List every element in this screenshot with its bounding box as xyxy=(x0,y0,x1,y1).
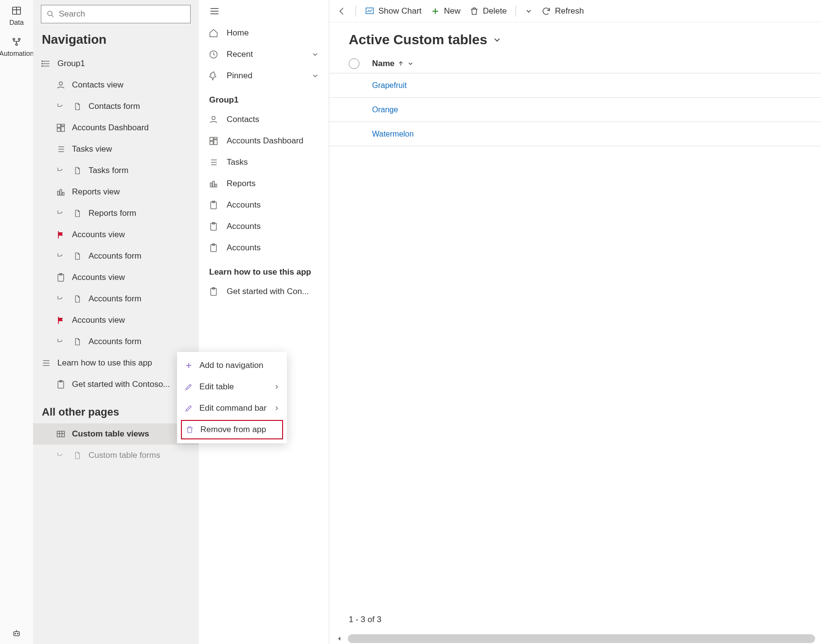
column-name-label: Name xyxy=(372,59,394,69)
form-icon xyxy=(72,336,83,347)
grid-rows: Grapefruit Orange Watermelon xyxy=(329,73,821,146)
row-link[interactable]: Orange xyxy=(372,105,398,114)
nav-custom-table-forms[interactable]: Custom table forms xyxy=(33,445,198,466)
select-all-checkbox[interactable] xyxy=(349,58,359,69)
search-input[interactable] xyxy=(59,9,185,19)
back-button[interactable] xyxy=(337,6,347,16)
ctx-label: Remove from app xyxy=(200,425,266,435)
nav-contacts-form[interactable]: Contacts form xyxy=(33,96,198,117)
rail-bot[interactable] xyxy=(11,627,22,644)
new-button[interactable]: New xyxy=(430,6,461,16)
svg-marker-69 xyxy=(338,637,340,641)
nav-accounts-form-2[interactable]: Accounts form xyxy=(33,288,198,310)
ctx-edit-command-bar[interactable]: Edit command bar xyxy=(177,398,287,419)
clipboard-icon xyxy=(55,272,66,283)
nav-learn[interactable]: Learn how to use this app xyxy=(33,352,198,374)
sidebar-home[interactable]: Home xyxy=(198,22,329,44)
nav-accounts-view-3[interactable]: Accounts view xyxy=(33,310,198,331)
ctx-add-to-navigation[interactable]: Add to navigation xyxy=(177,355,287,376)
svg-rect-20 xyxy=(61,124,65,126)
scroll-left-icon[interactable] xyxy=(335,635,344,642)
view-selector[interactable]: Active Custom tables xyxy=(329,22,821,54)
nav-tasks-view[interactable]: Tasks view xyxy=(33,139,198,160)
ctx-remove-from-app[interactable]: Remove from app xyxy=(181,420,283,439)
sidebar-item-label: Tasks xyxy=(227,157,248,167)
nav-accounts-form-1[interactable]: Accounts form xyxy=(33,245,198,267)
sidebar-get-started[interactable]: Get started with Con... xyxy=(198,281,329,302)
svg-point-8 xyxy=(18,633,18,634)
scroll-thumb[interactable] xyxy=(348,634,815,643)
table-row[interactable]: Orange xyxy=(329,98,821,122)
nav-reports-form[interactable]: Reports form xyxy=(33,203,198,224)
nav-accounts-view-1[interactable]: Accounts view xyxy=(33,224,198,245)
sidebar-contacts[interactable]: Contacts xyxy=(198,109,329,130)
svg-rect-48 xyxy=(214,138,217,139)
nav-get-started[interactable]: Get started with Contoso... xyxy=(33,374,198,395)
column-header-row: Name xyxy=(329,54,821,73)
sidebar-recent[interactable]: Recent xyxy=(198,44,329,65)
rail-automation[interactable]: Automation xyxy=(0,36,34,57)
sidebar-pinned[interactable]: Pinned xyxy=(198,65,329,87)
column-name[interactable]: Name xyxy=(372,59,414,69)
sidebar-learn-header: Learn how to use this app xyxy=(198,259,329,281)
delete-dropdown[interactable] xyxy=(525,7,533,15)
search-box[interactable] xyxy=(41,5,191,23)
sidebar-item-label: Accounts Dashboard xyxy=(227,136,303,146)
nav-contacts-view[interactable]: Contacts view xyxy=(33,74,198,96)
nav-item-label: Reports form xyxy=(89,209,198,218)
sidebar-accounts-2[interactable]: Accounts xyxy=(198,216,329,237)
rail-data[interactable]: Data xyxy=(9,5,24,26)
delete-button[interactable]: Delete xyxy=(469,6,507,16)
sidebar-item-label: Get started with Con... xyxy=(227,287,309,296)
refresh-button[interactable]: Refresh xyxy=(541,6,584,16)
nav-list: Group1 Contacts view Contacts form Accou… xyxy=(33,53,198,644)
view-title: Active Custom tables xyxy=(349,32,487,48)
svg-rect-26 xyxy=(57,191,59,195)
table-row[interactable]: Watermelon xyxy=(329,122,821,146)
sidebar-reports[interactable]: Reports xyxy=(198,173,329,194)
sidebar-tasks[interactable]: Tasks xyxy=(198,152,329,173)
search-icon xyxy=(46,10,55,18)
sidebar-accounts-dashboard[interactable]: Accounts Dashboard xyxy=(198,130,329,152)
subitem-icon xyxy=(55,294,66,304)
chevron-down-icon xyxy=(492,35,502,45)
cmd-label: New xyxy=(444,6,461,16)
svg-rect-54 xyxy=(210,183,212,187)
table-row[interactable]: Grapefruit xyxy=(329,73,821,98)
nav-tasks-form[interactable]: Tasks form xyxy=(33,160,198,181)
nav-accounts-dashboard[interactable]: Accounts Dashboard xyxy=(33,117,198,139)
table-icon xyxy=(11,5,22,17)
nav-accounts-form-3[interactable]: Accounts form xyxy=(33,331,198,352)
svg-rect-21 xyxy=(61,127,65,132)
sidebar-item-label: Accounts xyxy=(227,222,261,231)
chevron-down-icon xyxy=(311,51,319,58)
clock-icon xyxy=(208,50,219,59)
svg-point-18 xyxy=(59,82,63,85)
svg-rect-47 xyxy=(210,138,214,141)
nav-custom-table-views[interactable]: Custom table views ··· xyxy=(33,423,198,445)
dashboard-icon xyxy=(55,122,66,133)
row-link[interactable]: Grapefruit xyxy=(372,81,407,90)
hamburger-button[interactable] xyxy=(198,0,329,22)
sidebar-accounts-1[interactable]: Accounts xyxy=(198,194,329,216)
clipboard-icon xyxy=(208,222,219,231)
show-chart-button[interactable]: Show Chart xyxy=(365,6,422,16)
row-link[interactable]: Watermelon xyxy=(372,130,414,139)
all-other-pages: All other pages xyxy=(33,395,198,423)
sidebar-accounts-3[interactable]: Accounts xyxy=(198,237,329,259)
subitem-icon xyxy=(55,251,66,261)
sidebar-item-label: Recent xyxy=(227,50,253,59)
form-icon xyxy=(72,251,83,261)
svg-rect-55 xyxy=(213,181,214,187)
nav-accounts-view-2[interactable]: Accounts view xyxy=(33,267,198,288)
sidebar-item-label: Reports xyxy=(227,179,256,189)
ctx-label: Edit table xyxy=(199,382,234,392)
nav-group1[interactable]: Group1 xyxy=(33,53,198,74)
horizontal-scrollbar[interactable] xyxy=(329,633,821,644)
svg-rect-49 xyxy=(214,140,217,145)
subitem-icon xyxy=(55,101,66,112)
ctx-edit-table[interactable]: Edit table xyxy=(177,376,287,398)
cmd-label: Delete xyxy=(483,6,507,16)
nav-reports-view[interactable]: Reports view xyxy=(33,181,198,203)
rail-automation-label: Automation xyxy=(0,50,34,57)
